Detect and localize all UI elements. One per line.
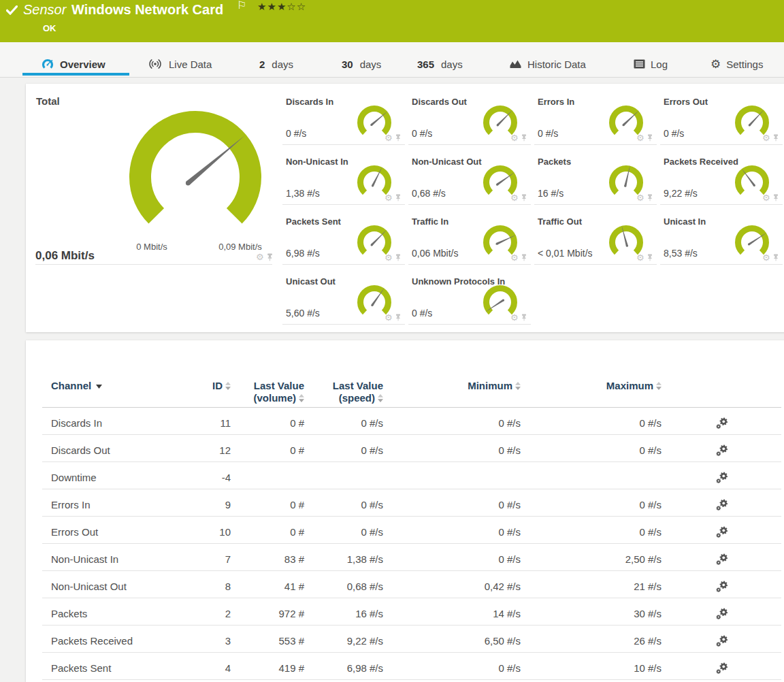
gauge-divider	[408, 144, 531, 145]
pin-icon[interactable]	[772, 134, 779, 142]
gear-icon[interactable]: ⚙	[510, 253, 519, 262]
channel-settings-gears-icon[interactable]	[715, 498, 729, 512]
gauge-divider	[282, 264, 405, 265]
channel-settings-gears-icon[interactable]	[715, 607, 729, 621]
gauge-value: 5,60 #/s	[286, 308, 320, 319]
channel-settings-gears-icon[interactable]	[715, 662, 729, 675]
column-header-maximum[interactable]: Maximum	[26, 380, 662, 392]
gauge-divider	[660, 144, 783, 145]
pin-icon[interactable]	[521, 314, 527, 321]
gauge-cell: Traffic In0,06 Mbit/s⚙	[408, 215, 534, 275]
table-row: Non-Unicast Out841 #0,68 #/s0,42 #/s21 #…	[26, 573, 784, 600]
gauge-value: 0 #/s	[412, 128, 432, 139]
pin-icon[interactable]	[772, 194, 779, 201]
priority-stars[interactable]: ★★★☆☆	[257, 1, 306, 13]
tab-30-days[interactable]: 30days	[342, 52, 381, 76]
tab-settings[interactable]: ⚙Settings	[710, 52, 763, 76]
gear-icon[interactable]: ⚙	[762, 193, 770, 202]
gauge-title: Discards Out	[412, 97, 467, 107]
total-divider	[35, 264, 272, 265]
gauge-icons: ⚙	[510, 313, 527, 322]
gear-icon[interactable]: ⚙	[762, 133, 770, 142]
gauge-cell: Discards In0 #/s⚙	[282, 95, 408, 155]
pin-icon[interactable]	[772, 254, 779, 261]
gear-icon[interactable]: ⚙	[510, 313, 519, 322]
tab-label: days	[441, 59, 463, 70]
gauge-value: 9,22 #/s	[664, 188, 698, 199]
tab-historic-data[interactable]: Historic Data	[509, 52, 586, 76]
gear-icon[interactable]: ⚙	[256, 253, 264, 261]
tab-label: days	[272, 59, 293, 70]
tab-log[interactable]: Log	[634, 52, 668, 76]
channel-settings-gears-icon[interactable]	[715, 471, 729, 485]
gauge-title: Non-Unicast Out	[412, 157, 482, 167]
pin-icon[interactable]	[395, 134, 402, 142]
sensor-header: Sensor Windows Network Card ⚐ ★★★☆☆ OK	[0, 0, 784, 42]
tab-live-data[interactable]: Live Data	[147, 52, 212, 76]
gear-icon[interactable]: ⚙	[636, 133, 644, 142]
gear-icon[interactable]: ⚙	[762, 253, 770, 262]
flag-icon[interactable]: ⚐	[237, 0, 246, 12]
gear-icon[interactable]: ⚙	[636, 193, 644, 202]
gauge-value: 16 #/s	[538, 188, 564, 199]
pin-icon[interactable]	[521, 254, 527, 261]
channel-settings-gears-icon[interactable]	[715, 634, 729, 648]
gauge-cell: Packets Sent6,98 #/s⚙	[282, 215, 408, 275]
gauge-cell: Errors Out0 #/s⚙	[660, 95, 784, 155]
gauge-cell: Discards Out0 #/s⚙	[408, 95, 534, 155]
gauge-cell: Packets Received9,22 #/s⚙	[660, 155, 784, 215]
cell-maximum: 0 #/s	[26, 437, 662, 464]
tab-2-days[interactable]: 2days	[259, 52, 293, 76]
table-row: Packets Sent4419 #6,98 #/s0 #/s10 #/s	[26, 655, 784, 682]
gauge-cell: Unicast Out5,60 #/s⚙	[282, 275, 408, 335]
channel-settings-gears-icon[interactable]	[715, 417, 729, 430]
pin-icon[interactable]	[395, 194, 402, 201]
gauge-divider	[534, 144, 657, 145]
pin-icon[interactable]	[395, 314, 402, 321]
gear-icon[interactable]: ⚙	[510, 133, 519, 142]
pin-icon[interactable]	[647, 194, 653, 201]
channel-settings-gears-icon[interactable]	[715, 553, 729, 566]
channel-settings-gears-icon[interactable]	[715, 580, 729, 594]
row-divider	[42, 516, 781, 517]
channels-table-panel: ChannelIDLast Value(volume)Last Value(sp…	[26, 340, 784, 682]
pin-icon[interactable]	[647, 134, 653, 142]
gauge-divider	[408, 204, 531, 205]
gear-icon[interactable]: ⚙	[385, 253, 393, 262]
gauge-divider	[282, 324, 405, 325]
tab-number: 2	[259, 59, 265, 70]
gear-icon[interactable]: ⚙	[385, 313, 393, 322]
gauge-icons: ⚙	[762, 133, 779, 142]
channel-settings-gears-icon[interactable]	[715, 444, 729, 457]
tab-label: Overview	[60, 59, 105, 70]
channel-settings-gears-icon[interactable]	[715, 525, 729, 539]
table-row: Non-Unicast In783 #1,38 #/s0 #/s2,50 #/s	[26, 546, 784, 573]
gauge-title: Unicast In	[664, 216, 706, 227]
broadcast-icon	[147, 58, 163, 70]
pin-icon[interactable]	[521, 134, 527, 142]
log-icon	[634, 59, 645, 69]
cell-maximum: 0 #/s	[26, 519, 662, 546]
sensor-title: Windows Network Card	[71, 2, 223, 18]
gear-icon[interactable]: ⚙	[510, 193, 519, 202]
pin-icon[interactable]	[521, 194, 527, 201]
pin-icon[interactable]	[395, 254, 402, 261]
gauge-icons: ⚙	[510, 193, 527, 202]
tab-365-days[interactable]: 365days	[417, 52, 463, 76]
cell-maximum: 2,50 #/s	[26, 546, 662, 573]
gauge-icons: ⚙	[385, 193, 402, 202]
gear-icon[interactable]: ⚙	[385, 193, 393, 202]
gauge-icons: ⚙	[636, 133, 653, 142]
tab-overview[interactable]: Overview	[41, 52, 105, 76]
cell-maximum: 21 #/s	[26, 573, 662, 600]
table-row: Discards Out120 #0 #/s0 #/s0 #/s	[26, 437, 784, 464]
tab-label: days	[360, 59, 382, 70]
pin-icon[interactable]	[266, 253, 274, 261]
total-scale-max: 0,09 Mbit/s	[206, 242, 274, 252]
pin-icon[interactable]	[647, 254, 653, 261]
gear-icon[interactable]: ⚙	[385, 133, 393, 142]
gauge-cell: Errors In0 #/s⚙	[534, 95, 660, 155]
gear-icon[interactable]: ⚙	[636, 253, 644, 262]
header-divider	[42, 407, 781, 408]
chart-icon	[509, 59, 522, 69]
